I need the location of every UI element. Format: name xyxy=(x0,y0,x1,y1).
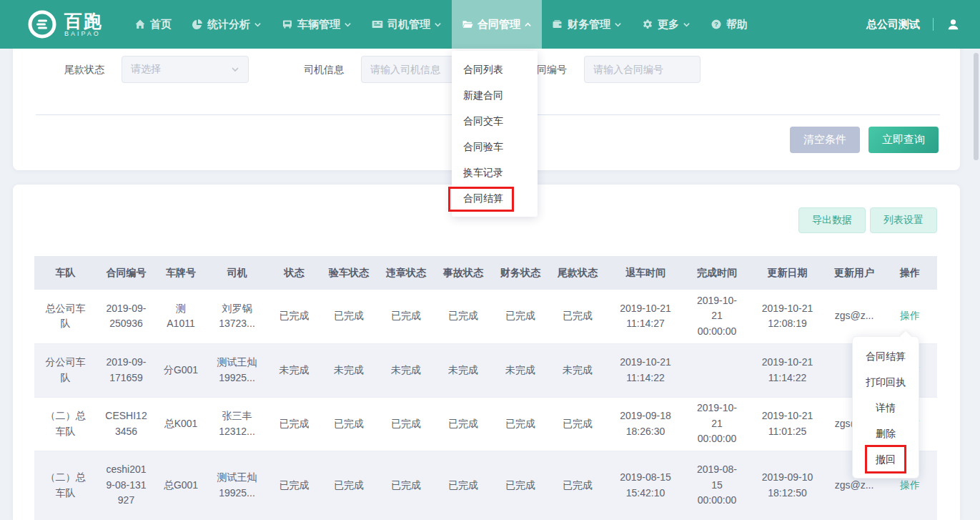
cell-driver: 张三丰12312... xyxy=(206,397,268,451)
id-card-icon xyxy=(372,19,383,30)
column-header-车牌号: 车牌号 xyxy=(156,256,206,290)
cell-balance_status: 已完成 xyxy=(549,397,606,451)
submenu-item-合同验车[interactable]: 合同验车 xyxy=(452,134,538,160)
cell-status: 已完成 xyxy=(268,397,320,451)
submenu-item-合同列表[interactable]: 合同列表 xyxy=(452,57,538,82)
submenu-item-合同交车[interactable]: 合同交车 xyxy=(452,108,538,134)
cell-inspect_status: 未完成 xyxy=(320,343,377,397)
nav-item-label: 车辆管理 xyxy=(297,18,340,31)
help-icon: ? xyxy=(711,19,722,30)
cell-accident_status: 已完成 xyxy=(435,290,492,343)
submenu-item-合同结算[interactable]: 合同结算 xyxy=(452,185,538,211)
cell-update_date: 2019-10-21 12:08:19 xyxy=(749,290,826,343)
cell-fleet: 总公司车队 xyxy=(34,290,96,343)
cell-finish_time: 2019-10-21 00:00:00 xyxy=(685,397,749,451)
column-header-违章状态: 违章状态 xyxy=(377,256,435,290)
folder-icon xyxy=(462,19,473,30)
nav-item-统计分析[interactable]: 统计分析 xyxy=(182,0,272,49)
cell-plate: 总K001 xyxy=(156,397,206,451)
column-header-操作: 操作 xyxy=(883,256,937,290)
cell-update_date: 2019-10-21 11:01:25 xyxy=(749,397,826,451)
table-row: （二）总车队CESHI123456总K001张三丰12312...已完成已完成已… xyxy=(34,397,937,451)
top-navbar: 百跑 BAIPAO 首页统计分析车辆管理司机管理合同管理合同列表新建合同合同交车… xyxy=(0,0,980,49)
cell-accident_status: 已完成 xyxy=(435,397,492,451)
cell-return_time: 2019-10-21 11:14:27 xyxy=(606,290,685,343)
cell-fleet: 分公司车队 xyxy=(34,343,96,397)
cell-balance_status: 已完成 xyxy=(549,290,606,343)
column-header-完成时间: 完成时间 xyxy=(685,256,749,290)
nav-item-财务管理[interactable]: 财务管理 xyxy=(542,0,632,49)
table-row: （二）总车队ceshi2019-08-131927总G001测试王灿19925.… xyxy=(34,451,937,520)
svg-text:?: ? xyxy=(714,20,718,28)
cell-violation_status: 已完成 xyxy=(377,451,435,520)
brand-subtitle: BAIPAO xyxy=(64,30,103,37)
nav-item-帮助[interactable]: ?帮助 xyxy=(701,0,758,49)
chevron-down-icon xyxy=(434,21,442,29)
home-icon xyxy=(134,19,146,30)
search-button[interactable]: 立即查询 xyxy=(868,127,939,153)
action-menu-item-撤回[interactable]: 撤回 xyxy=(853,446,919,472)
nav-item-label: 司机管理 xyxy=(387,18,430,31)
driver-phone: 19925... xyxy=(213,486,261,501)
clear-filters-button[interactable]: 清空条件 xyxy=(790,127,860,153)
driver-name: 测试王灿 xyxy=(213,355,261,371)
cell-update_date: 2019-10-21 11:14:22 xyxy=(749,343,826,397)
chevron-down-icon xyxy=(683,21,691,29)
nav-item-label: 帮助 xyxy=(726,18,748,31)
cell-violation_status: 未完成 xyxy=(377,343,435,397)
column-header-尾款状态: 尾款状态 xyxy=(549,256,606,290)
export-data-button[interactable]: 导出数据 xyxy=(798,207,866,233)
contract-submenu: 合同列表新建合同合同交车合同验车换车记录合同结算 xyxy=(452,51,538,217)
cell-update_date: 2019-09-10 18:12:50 xyxy=(749,451,826,520)
nav-item-司机管理[interactable]: 司机管理 xyxy=(362,0,452,49)
table-header-row: 车队合同编号车牌号司机状态验车状态违章状态事故状态财务状态尾款状态退车时间完成时… xyxy=(34,256,937,290)
cell-finish_time xyxy=(685,343,749,397)
submenu-item-新建合同[interactable]: 新建合同 xyxy=(452,82,538,108)
table-body: 总公司车队2019-09-250936测A1011刘罗锅13723...已完成已… xyxy=(34,290,937,520)
nav-item-label: 首页 xyxy=(150,18,172,31)
nav-item-首页[interactable]: 首页 xyxy=(124,0,182,49)
baipao-logo-icon xyxy=(26,8,59,41)
cell-inspect_status: 已完成 xyxy=(320,290,377,343)
cell-return_time: 2019-09-18 18:26:30 xyxy=(606,397,685,451)
cell-inspect_status: 已完成 xyxy=(320,451,377,520)
row-actions-link[interactable]: 操作 xyxy=(900,310,920,321)
user-icon[interactable] xyxy=(946,18,960,31)
list-settings-button[interactable]: 列表设置 xyxy=(870,207,937,233)
cell-fleet: （二）总车队 xyxy=(34,397,96,451)
balance-status-select[interactable]: 请选择 xyxy=(122,56,249,83)
cell-return_time: 2019-10-21 11:14:22 xyxy=(606,343,685,397)
nav-item-车辆管理[interactable]: 车辆管理 xyxy=(272,0,362,49)
row-actions-link[interactable]: 操作 xyxy=(900,479,920,491)
action-menu-item-删除[interactable]: 删除 xyxy=(853,421,919,446)
cell-plate: 测A1011 xyxy=(156,290,206,343)
cell-finance_status: 已完成 xyxy=(492,397,549,451)
action-menu-item-详情[interactable]: 详情 xyxy=(853,395,919,421)
cell-balance_status: 未完成 xyxy=(549,343,606,397)
cell-contract_no: 2019-09-250936 xyxy=(96,290,156,343)
submenu-item-换车记录[interactable]: 换车记录 xyxy=(452,160,538,185)
nav-item-合同管理[interactable]: 合同管理合同列表新建合同合同交车合同验车换车记录合同结算 xyxy=(452,0,542,49)
nav-item-label: 合同管理 xyxy=(477,18,520,31)
cell-plate: 总G001 xyxy=(156,451,206,520)
vertical-scrollbar[interactable] xyxy=(974,53,979,160)
gear-icon xyxy=(642,19,653,30)
nav-menu: 首页统计分析车辆管理司机管理合同管理合同列表新建合同合同交车合同验车换车记录合同… xyxy=(124,0,758,49)
contract-no-input[interactable] xyxy=(584,56,701,83)
row-action-menu: 合同结算打印回执详情删除撤回 xyxy=(852,336,919,479)
divider xyxy=(933,18,934,31)
column-header-合同编号: 合同编号 xyxy=(96,256,156,290)
chevron-down-icon xyxy=(254,21,262,29)
nav-item-label: 统计分析 xyxy=(207,18,250,31)
table-row: 总公司车队2019-09-250936测A1011刘罗锅13723...已完成已… xyxy=(34,290,937,343)
action-menu-item-打印回执[interactable]: 打印回执 xyxy=(853,369,919,395)
cell-status: 已完成 xyxy=(268,451,320,520)
chevron-up-icon xyxy=(524,21,532,29)
driver-name: 测试王灿 xyxy=(213,470,261,486)
cell-violation_status: 已完成 xyxy=(377,290,435,343)
table-row: 分公司车队2019-09-171659分G001测试王灿19925...未完成未… xyxy=(34,343,937,397)
cell-finish_time: 2019-08-15 00:00:00 xyxy=(685,451,749,520)
action-menu-item-合同结算[interactable]: 合同结算 xyxy=(853,343,919,369)
nav-item-更多[interactable]: 更多 xyxy=(632,0,701,49)
cell-driver: 刘罗锅13723... xyxy=(206,290,268,343)
